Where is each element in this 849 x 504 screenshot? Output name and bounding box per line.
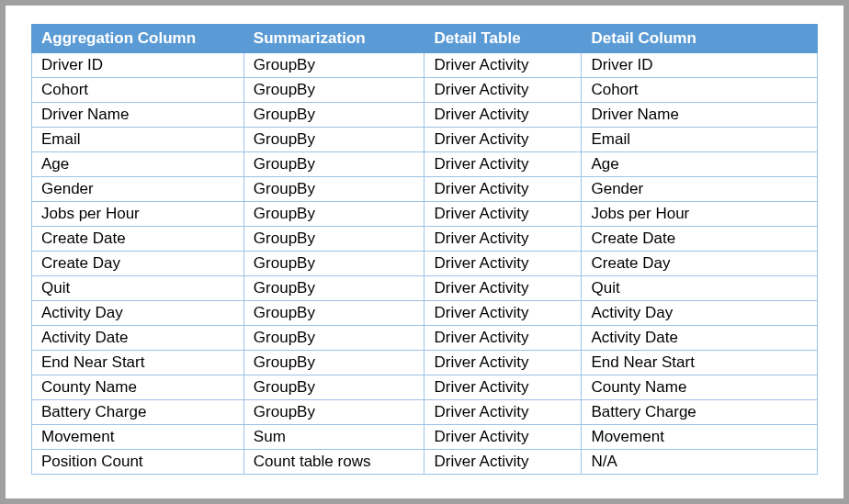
cell-detail-column: Email: [582, 128, 818, 152]
cell-detail-column: N/A: [582, 450, 818, 475]
cell-summarization: Sum: [243, 425, 424, 450]
cell-detail-column: Gender: [582, 177, 818, 202]
page-container: Aggregation Column Summarization Detail …: [6, 6, 843, 498]
cell-detail-column: Movement: [582, 425, 818, 450]
table-row: QuitGroupByDriver ActivityQuit: [32, 276, 818, 301]
table-row: Jobs per HourGroupByDriver ActivityJobs …: [32, 202, 818, 227]
cell-detail-column: Quit: [582, 276, 818, 301]
cell-detail-table: Driver Activity: [424, 103, 582, 128]
cell-summarization: GroupBy: [243, 177, 424, 202]
cell-detail-column: Create Date: [582, 227, 818, 252]
cell-summarization: GroupBy: [243, 78, 424, 103]
cell-detail-column: County Name: [582, 375, 818, 400]
cell-detail-table: Driver Activity: [424, 301, 582, 326]
table-body: Driver IDGroupByDriver ActivityDriver ID…: [32, 53, 818, 475]
cell-summarization: GroupBy: [243, 53, 424, 78]
table-row: County NameGroupByDriver ActivityCounty …: [32, 375, 818, 400]
cell-summarization: GroupBy: [243, 252, 424, 276]
cell-summarization: GroupBy: [243, 301, 424, 326]
cell-summarization: GroupBy: [243, 227, 424, 252]
table-row: Create DayGroupByDriver ActivityCreate D…: [32, 252, 818, 276]
cell-aggregation-column: Age: [32, 152, 244, 177]
cell-detail-table: Driver Activity: [424, 450, 582, 475]
cell-aggregation-column: Battery Charge: [32, 400, 244, 425]
table-row: EmailGroupByDriver ActivityEmail: [32, 128, 818, 152]
cell-detail-table: Driver Activity: [424, 152, 582, 177]
cell-aggregation-column: County Name: [32, 375, 244, 400]
cell-summarization: GroupBy: [243, 351, 424, 375]
table-row: Activity DateGroupByDriver ActivityActiv…: [32, 326, 818, 351]
cell-detail-table: Driver Activity: [424, 351, 582, 375]
cell-detail-table: Driver Activity: [424, 177, 582, 202]
header-detail-table: Detail Table: [424, 25, 582, 53]
cell-aggregation-column: End Near Start: [32, 351, 244, 375]
cell-detail-table: Driver Activity: [424, 53, 582, 78]
cell-detail-table: Driver Activity: [424, 128, 582, 152]
cell-aggregation-column: Jobs per Hour: [32, 202, 244, 227]
cell-aggregation-column: Create Day: [32, 252, 244, 276]
cell-summarization: GroupBy: [243, 276, 424, 301]
cell-detail-column: Activity Day: [582, 301, 818, 326]
table-row: AgeGroupByDriver ActivityAge: [32, 152, 818, 177]
table-row: CohortGroupByDriver ActivityCohort: [32, 78, 818, 103]
table-row: Battery ChargeGroupByDriver ActivityBatt…: [32, 400, 818, 425]
cell-summarization: GroupBy: [243, 400, 424, 425]
cell-summarization: Count table rows: [243, 450, 424, 475]
cell-detail-column: Activity Date: [582, 326, 818, 351]
cell-detail-column: Jobs per Hour: [582, 202, 818, 227]
table-row: Driver NameGroupByDriver ActivityDriver …: [32, 103, 818, 128]
cell-detail-table: Driver Activity: [424, 375, 582, 400]
cell-summarization: GroupBy: [243, 103, 424, 128]
cell-aggregation-column: Cohort: [32, 78, 244, 103]
table-row: Create DateGroupByDriver ActivityCreate …: [32, 227, 818, 252]
header-detail-column: Detail Column: [582, 25, 818, 53]
cell-aggregation-column: Activity Day: [32, 301, 244, 326]
cell-detail-column: End Near Start: [582, 351, 818, 375]
cell-aggregation-column: Create Date: [32, 227, 244, 252]
cell-aggregation-column: Activity Date: [32, 326, 244, 351]
table-row: Activity DayGroupByDriver ActivityActivi…: [32, 301, 818, 326]
cell-detail-column: Battery Charge: [582, 400, 818, 425]
cell-summarization: GroupBy: [243, 375, 424, 400]
cell-detail-table: Driver Activity: [424, 425, 582, 450]
cell-detail-column: Age: [582, 152, 818, 177]
cell-aggregation-column: Driver ID: [32, 53, 244, 78]
cell-detail-column: Driver ID: [582, 53, 818, 78]
aggregation-table: Aggregation Column Summarization Detail …: [31, 24, 818, 475]
cell-summarization: GroupBy: [243, 202, 424, 227]
cell-summarization: GroupBy: [243, 128, 424, 152]
table-row: Driver IDGroupByDriver ActivityDriver ID: [32, 53, 818, 78]
cell-aggregation-column: Gender: [32, 177, 244, 202]
cell-detail-table: Driver Activity: [424, 400, 582, 425]
cell-aggregation-column: Movement: [32, 425, 244, 450]
cell-detail-column: Driver Name: [582, 103, 818, 128]
cell-detail-table: Driver Activity: [424, 252, 582, 276]
table-row: End Near StartGroupByDriver ActivityEnd …: [32, 351, 818, 375]
cell-detail-table: Driver Activity: [424, 276, 582, 301]
cell-detail-table: Driver Activity: [424, 202, 582, 227]
header-summarization: Summarization: [243, 25, 424, 53]
cell-detail-table: Driver Activity: [424, 326, 582, 351]
table-row: GenderGroupByDriver ActivityGender: [32, 177, 818, 202]
cell-aggregation-column: Quit: [32, 276, 244, 301]
header-aggregation-column: Aggregation Column: [32, 25, 244, 53]
cell-summarization: GroupBy: [243, 152, 424, 177]
cell-detail-table: Driver Activity: [424, 78, 582, 103]
table-row: Position CountCount table rowsDriver Act…: [32, 450, 818, 475]
cell-aggregation-column: Position Count: [32, 450, 244, 475]
cell-detail-table: Driver Activity: [424, 227, 582, 252]
cell-aggregation-column: Driver Name: [32, 103, 244, 128]
cell-aggregation-column: Email: [32, 128, 244, 152]
table-header-row: Aggregation Column Summarization Detail …: [32, 25, 818, 53]
table-row: MovementSumDriver ActivityMovement: [32, 425, 818, 450]
cell-summarization: GroupBy: [243, 326, 424, 351]
cell-detail-column: Cohort: [582, 78, 818, 103]
cell-detail-column: Create Day: [582, 252, 818, 276]
